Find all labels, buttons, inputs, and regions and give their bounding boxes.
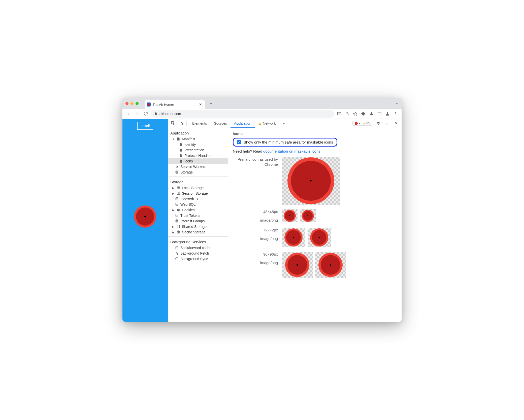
lock-icon: [154, 112, 157, 115]
icon-preview: [308, 228, 331, 247]
warning-icon: ▲: [363, 121, 366, 125]
label: IndexedDB: [180, 197, 198, 201]
label: Session Storage: [182, 191, 208, 195]
icon-size: 48×48px: [233, 209, 278, 214]
minimize-window-button[interactable]: [130, 102, 134, 105]
database-icon: [176, 230, 180, 234]
file-icon: [179, 154, 183, 158]
device-toggle-icon[interactable]: [177, 120, 184, 127]
settings-icon[interactable]: [374, 120, 381, 127]
svg-marker-1: [353, 112, 357, 115]
sidebar-item-background-sync[interactable]: Background Sync: [168, 256, 228, 262]
tab-title: The Air Horner: [153, 103, 197, 107]
svg-point-31: [179, 210, 179, 211]
tabs-more-button[interactable]: »: [279, 119, 288, 128]
sidebar-item-service-workers[interactable]: Service Workers: [168, 164, 228, 169]
tabs-dropdown-button[interactable]: [395, 102, 399, 105]
install-button[interactable]: Install: [137, 122, 153, 130]
sidebar-item-icons[interactable]: Icons: [168, 158, 228, 164]
help-link[interactable]: documentation on maskable icons: [263, 149, 320, 153]
checkbox-icon[interactable]: ✓: [237, 140, 241, 144]
maskable-checkbox-row[interactable]: ✓ Show only the minimum safe area for ma…: [233, 138, 337, 147]
air-horner-icon[interactable]: [134, 205, 156, 228]
back-button[interactable]: [125, 110, 132, 117]
svg-point-4: [387, 112, 388, 114]
sidebar-item-interest-groups[interactable]: Interest Groups: [168, 218, 228, 224]
icon-row-48: 48×48px image/png: [233, 209, 397, 223]
svg-point-11: [387, 122, 387, 123]
sidebar-item-shared-storage[interactable]: ▶Shared Storage: [168, 224, 228, 229]
label: Trust Tokens: [180, 214, 200, 218]
section-background-header: Background Services: [168, 238, 228, 245]
icon-row-label: Primary icon as used by Chrome: [233, 157, 282, 167]
toolbar: airhorner.com: [122, 109, 402, 119]
chrome-menu-icon[interactable]: [392, 110, 399, 117]
sidebar-item-indexeddb[interactable]: IndexedDB: [168, 196, 228, 202]
sidebar-item-websql[interactable]: Web SQL: [168, 202, 228, 207]
sidebar-item-back-forward-cache[interactable]: Back/forward cache: [168, 245, 228, 251]
svg-point-6: [395, 113, 396, 114]
svg-point-5: [395, 112, 396, 113]
close-window-button[interactable]: [125, 102, 128, 105]
side-panel-icon[interactable]: [376, 110, 383, 117]
sidebar-item-manifest[interactable]: ▼Manifest: [168, 136, 228, 142]
database-icon: [176, 225, 180, 229]
sidebar-item-cache-storage[interactable]: ▶Cache Storage: [168, 229, 228, 235]
svg-point-35: [177, 231, 179, 232]
sidebar-item-trust-tokens[interactable]: Trust Tokens: [168, 213, 228, 218]
warning-icon: ▲: [258, 121, 262, 125]
icon-preview: [300, 209, 316, 222]
svg-point-36: [176, 246, 178, 247]
svg-point-26: [176, 203, 178, 204]
file-icon: [179, 159, 183, 163]
svg-point-7: [395, 115, 396, 115]
svg-rect-2: [378, 112, 381, 115]
profile-icon[interactable]: [384, 110, 391, 117]
svg-point-33: [176, 220, 178, 221]
tab-sources[interactable]: Sources: [210, 119, 230, 128]
browser-tab[interactable]: The Air Horner ✕: [145, 100, 205, 109]
tab-network[interactable]: ▲Network: [255, 119, 279, 128]
zoom-window-button[interactable]: [136, 102, 139, 105]
sidebar-item-presentation[interactable]: Presentation: [168, 147, 228, 153]
console-status-badge[interactable]: 2 ▲85: [352, 121, 372, 126]
sidebar-item-protocol-handlers[interactable]: Protocol Handlers: [168, 153, 228, 158]
sidebar-item-local-storage[interactable]: ▶Local Storage: [168, 185, 228, 191]
content-area: Install Elements Sources Application ▲Ne…: [122, 119, 402, 322]
tab-elements[interactable]: Elements: [189, 119, 210, 128]
close-tab-button[interactable]: ✕: [199, 102, 202, 107]
icon-row-72: 72×72px image/png: [233, 228, 397, 247]
icon-mime: image/png: [233, 218, 278, 223]
file-icon: [179, 148, 183, 152]
help-prefix: Need help? Read: [233, 149, 263, 153]
sidebar-item-session-storage[interactable]: ▶Session Storage: [168, 191, 228, 196]
application-sidebar: Application ▼Manifest Identity Presentat…: [168, 128, 228, 322]
label: Web SQL: [180, 202, 195, 206]
close-devtools-button[interactable]: [392, 120, 400, 127]
sidebar-item-identity[interactable]: Identity: [168, 142, 228, 147]
svg-point-16: [176, 171, 178, 172]
extensions-icon[interactable]: [360, 110, 367, 117]
install-app-icon[interactable]: [336, 110, 343, 117]
reload-button[interactable]: [142, 110, 149, 117]
tab-strip: The Air Horner ✕ +: [122, 98, 402, 109]
table-icon: [176, 186, 180, 190]
labs-icon[interactable]: [368, 110, 375, 117]
share-icon[interactable]: [344, 110, 351, 117]
file-icon: [179, 143, 183, 147]
icon-preview: [315, 252, 346, 278]
sidebar-item-cookies[interactable]: ▶Cookies: [168, 207, 228, 213]
bookmark-icon[interactable]: [352, 110, 359, 117]
sidebar-item-background-fetch[interactable]: Background Fetch: [168, 251, 228, 256]
tab-application[interactable]: Application: [231, 119, 255, 128]
new-tab-button[interactable]: +: [210, 101, 213, 107]
forward-button[interactable]: [134, 110, 141, 117]
svg-point-25: [176, 197, 178, 198]
inspect-element-icon[interactable]: [170, 120, 177, 127]
address-bar[interactable]: airhorner.com: [151, 110, 334, 118]
database-icon: [175, 197, 179, 201]
devtools-menu-icon[interactable]: [383, 120, 390, 127]
tab-network-label: Network: [263, 121, 276, 125]
svg-point-32: [176, 214, 178, 215]
sidebar-item-storage[interactable]: Storage: [168, 169, 228, 175]
